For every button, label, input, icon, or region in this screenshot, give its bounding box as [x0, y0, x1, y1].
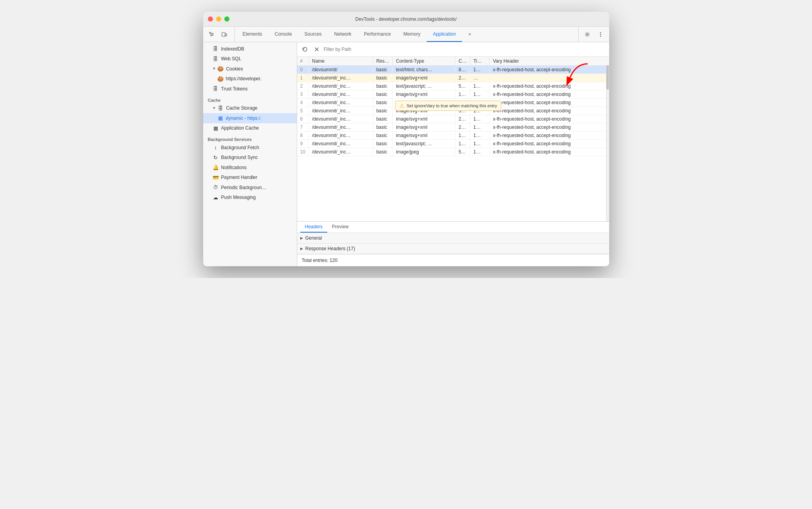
table-header-row: # Name Res… Content-Type C… Ti… Vary Hea…: [297, 57, 609, 66]
bg-fetch-icon: ↕: [213, 144, 219, 152]
svg-point-3: [600, 32, 601, 33]
periodic-bg-icon: ⏱: [213, 184, 219, 191]
inspect-icon[interactable]: [206, 29, 217, 40]
minimize-button[interactable]: [216, 16, 221, 22]
bg-services-label: Background Services: [203, 133, 297, 143]
dynamic-cache-icon: ▦: [217, 114, 224, 122]
refresh-button[interactable]: [300, 45, 310, 54]
tab-application[interactable]: Application: [427, 27, 462, 42]
tab-memory[interactable]: Memory: [397, 27, 426, 42]
cache-expand-icon: ▼: [213, 106, 216, 111]
sidebar-item-cookies-dev[interactable]: 🍪 https://developer.: [203, 74, 297, 84]
tab-elements[interactable]: Elements: [236, 27, 269, 42]
table-row[interactable]: 8/devsummit/_inc…basicimage/svg+xml1…1…x…: [297, 132, 609, 140]
response-headers-section-header[interactable]: ▶ Response Headers (17): [297, 244, 609, 254]
svg-rect-1: [225, 34, 227, 36]
table-row[interactable]: 1/devsummit/_inc…basicimage/svg+xml2……: [297, 74, 609, 82]
filter-input[interactable]: [324, 47, 606, 52]
tooltip-box: ⚠ Set ignoreVary to true when matching t…: [395, 101, 502, 111]
maximize-button[interactable]: [224, 16, 229, 22]
sidebar-item-bg-sync[interactable]: ↻ Background Sync: [203, 153, 297, 163]
sidebar: 🗄 IndexedDB 🗄 Web SQL ▼ 🍪 Cookies 🍪 http…: [203, 42, 297, 266]
close-button[interactable]: [208, 16, 213, 22]
cookies-entry-icon: 🍪: [217, 75, 224, 83]
col-header-name: Name: [309, 57, 373, 66]
titlebar: DevTools - developer.chrome.com/tags/dev…: [203, 12, 609, 27]
more-options-icon[interactable]: [595, 29, 606, 40]
tab-more[interactable]: »: [462, 27, 477, 42]
window-title: DevTools - developer.chrome.com/tags/dev…: [355, 16, 457, 22]
response-headers-label: Response Headers (17): [305, 246, 355, 251]
tabbar: Elements Console Sources Network Perform…: [203, 27, 609, 42]
total-entries: Total entries: 120: [297, 254, 609, 266]
svg-point-2: [586, 33, 588, 35]
col-header-num: #: [297, 57, 309, 66]
sidebar-item-dynamic-cache[interactable]: ▦ dynamic - https:/.: [203, 113, 297, 123]
svg-point-4: [600, 34, 601, 35]
sidebar-item-payment[interactable]: 💳 Payment Handler: [203, 173, 297, 183]
app-cache-icon: ▦: [213, 125, 219, 132]
sidebar-item-bg-fetch[interactable]: ↕ Background Fetch: [203, 143, 297, 153]
svg-rect-0: [222, 32, 225, 36]
content-panel: # Name Res… Content-Type C… Ti… Vary Hea…: [297, 42, 609, 266]
svg-point-5: [600, 36, 601, 37]
table-row[interactable]: 0/devsummit/basictext/html; chars…8…1…x-…: [297, 66, 609, 74]
bottom-tab-headers[interactable]: Headers: [300, 222, 327, 233]
bottom-tabs: Headers Preview: [297, 222, 609, 233]
cache-storage-icon: 🗄: [217, 105, 224, 112]
col-header-vary: Vary Header: [489, 57, 609, 66]
bottom-tab-preview[interactable]: Preview: [327, 222, 354, 233]
settings-icon[interactable]: [582, 29, 593, 40]
table-row[interactable]: 7/devsummit/_inc…basicimage/svg+xml2…1…x…: [297, 123, 609, 132]
clear-button[interactable]: [312, 45, 321, 54]
col-header-ti: Ti…: [470, 57, 489, 66]
notifications-icon: 🔔: [213, 164, 219, 171]
col-header-content-type: Content-Type: [393, 57, 455, 66]
cookies-icon: 🍪: [217, 65, 224, 73]
table-row[interactable]: 9/devsummit/_inc…basictext/javascript; ……: [297, 140, 609, 148]
bg-sync-icon: ↻: [213, 154, 219, 162]
tabbar-actions: [578, 27, 606, 42]
tab-performance[interactable]: Performance: [358, 27, 397, 42]
response-headers-expand-icon: ▶: [300, 247, 303, 251]
sidebar-item-cache-storage[interactable]: ▼ 🗄 Cache Storage: [203, 103, 297, 114]
indexeddb-icon: 🗄: [213, 45, 219, 53]
warning-icon: ⚠: [399, 103, 404, 109]
bottom-panel: Headers Preview ▶ General ▶ Response Hea…: [297, 221, 609, 266]
tab-sources[interactable]: Sources: [298, 27, 328, 42]
sidebar-item-cookies[interactable]: ▼ 🍪 Cookies: [203, 64, 297, 74]
main-content: 🗄 IndexedDB 🗄 Web SQL ▼ 🍪 Cookies 🍪 http…: [203, 42, 609, 266]
tabbar-tools: [206, 27, 235, 42]
sidebar-item-indexeddb[interactable]: 🗄 IndexedDB: [203, 44, 297, 54]
col-header-c: C…: [455, 57, 470, 66]
traffic-lights: [208, 16, 229, 22]
devtools-window: DevTools - developer.chrome.com/tags/dev…: [203, 12, 609, 266]
main-tabs: Elements Console Sources Network Perform…: [236, 27, 577, 42]
sidebar-item-websql[interactable]: 🗄 Web SQL: [203, 54, 297, 64]
trust-tokens-icon: 🗄: [213, 85, 219, 93]
sidebar-item-trust-tokens[interactable]: 🗄 Trust Tokens: [203, 84, 297, 94]
table-row[interactable]: 6/devsummit/_inc…basicimage/svg+xml2…1…x…: [297, 115, 609, 123]
sidebar-item-push-msg[interactable]: ☁ Push Messaging: [203, 193, 297, 203]
table-row[interactable]: 2/devsummit/_inc…basictext/javascript; ……: [297, 82, 609, 90]
cache-section-label: Cache: [203, 94, 297, 103]
expand-icon: ▼: [213, 66, 216, 72]
device-icon[interactable]: [219, 29, 230, 40]
tab-network[interactable]: Network: [328, 27, 358, 42]
sidebar-item-notifications[interactable]: 🔔 Notifications: [203, 162, 297, 173]
tooltip-text: Set ignoreVary to true when matching thi…: [407, 103, 497, 108]
tab-console[interactable]: Console: [269, 27, 298, 42]
scrollbar[interactable]: [606, 57, 609, 221]
general-section-header[interactable]: ▶ General: [297, 233, 609, 244]
table-area: # Name Res… Content-Type C… Ti… Vary Hea…: [297, 57, 609, 221]
filter-bar: [297, 42, 609, 57]
sidebar-item-periodic-bg[interactable]: ⏱ Periodic Backgroun…: [203, 182, 297, 193]
payment-icon: 💳: [213, 174, 219, 182]
col-header-res: Res…: [373, 57, 392, 66]
filter-bar-container: [297, 42, 609, 57]
general-label: General: [305, 235, 322, 241]
table-row[interactable]: 3/devsummit/_inc…basicimage/svg+xml1…1…x…: [297, 90, 609, 99]
websql-icon: 🗄: [213, 55, 219, 63]
table-row[interactable]: 10/devsummit/_inc…basicimage/jpeg5…1…x-f…: [297, 148, 609, 156]
sidebar-item-app-cache[interactable]: ▦ Application Cache: [203, 123, 297, 134]
